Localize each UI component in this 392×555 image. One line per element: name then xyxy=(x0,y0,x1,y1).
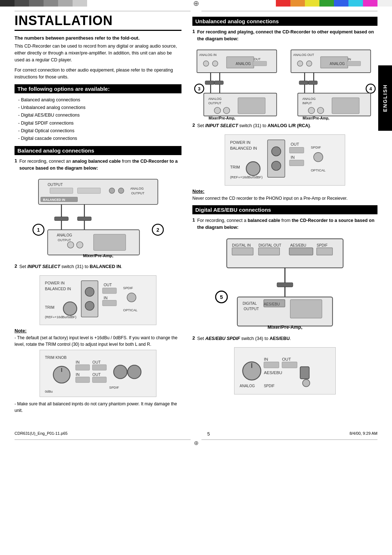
svg-text:AES/EBU: AES/EBU xyxy=(264,302,280,306)
aes-diagram-svg: DIGITAL IN DIGITAL OUT AES/EBU SPDIF 5 D… xyxy=(211,236,359,331)
svg-text:ANALOG: ANALOG xyxy=(240,384,255,388)
svg-rect-129 xyxy=(317,248,332,255)
color-block-r2 xyxy=(290,0,305,7)
step2-number-r: 2 xyxy=(192,122,195,128)
color-block-6 xyxy=(73,0,87,7)
svg-point-110 xyxy=(271,161,281,170)
svg-text:OUTPUT: OUTPUT xyxy=(244,307,259,311)
section-options-header: The following options are available: xyxy=(15,84,181,93)
svg-point-5 xyxy=(118,188,124,193)
svg-point-78 xyxy=(223,107,230,114)
h-line-top xyxy=(0,8,392,11)
svg-text:POWER IN: POWER IN xyxy=(230,140,250,145)
balanced-diagram-svg: OUTPUT ANALOG OUTPUT BALANCED IN 1 2 xyxy=(25,177,172,260)
svg-rect-2 xyxy=(50,188,73,193)
aes-step2-row: 2 Set AES/EBU SPDIF switch (34) to AES/E… xyxy=(192,335,377,345)
svg-text:IN: IN xyxy=(75,360,79,364)
svg-rect-95 xyxy=(308,81,317,84)
svg-text:3: 3 xyxy=(198,86,200,91)
footer-right: 8/4/00, 9:29 AM xyxy=(350,431,377,437)
balanced-note-1: - The default (set at factory) input lev… xyxy=(15,335,181,348)
option-unbalanced: Unbalanced analog connections xyxy=(18,104,181,112)
svg-text:IN: IN xyxy=(264,357,268,361)
svg-text:IN: IN xyxy=(75,372,79,377)
svg-point-153 xyxy=(302,379,310,386)
svg-rect-47 xyxy=(75,365,90,370)
svg-text:INPUT: INPUT xyxy=(302,101,312,105)
input-select-svg: POWER IN BALANCED IN OUT IN TRIM SPDIF O… xyxy=(42,278,154,323)
page-footer: CDR631(U)_Eng_P01-11.p65 5 8/4/00, 9:29 … xyxy=(0,427,392,439)
trim-svg: TRIM KNOB IN OUT IN OUT 0dBu SPDIF xyxy=(42,352,154,394)
svg-text:DIGITAL OUT: DIGITAL OUT xyxy=(258,243,281,247)
svg-point-77 xyxy=(214,107,221,114)
svg-text:IN: IN xyxy=(291,155,295,159)
balanced-step1-row: 1 For recording, connect an analog balan… xyxy=(15,158,181,175)
color-block-r7 xyxy=(363,0,377,7)
unbalanced-step1-text: For recording and playing, connect the C… xyxy=(197,29,377,42)
svg-point-31 xyxy=(85,287,94,296)
svg-text:AES/EBU: AES/EBU xyxy=(290,243,306,247)
svg-text:OUT: OUT xyxy=(291,142,299,146)
svg-rect-21 xyxy=(93,234,126,250)
svg-text:BALANCED IN: BALANCED IN xyxy=(43,198,65,202)
svg-text:TRIM: TRIM xyxy=(230,165,240,169)
svg-point-84 xyxy=(297,61,303,66)
page-title: INSTALLATION xyxy=(15,13,181,31)
option-aes-ebu: Digital AES/EBU connections xyxy=(18,112,181,119)
svg-text:ANALOG: ANALOG xyxy=(208,97,222,101)
svg-rect-146 xyxy=(264,362,279,368)
svg-rect-65 xyxy=(253,61,267,66)
svg-rect-34 xyxy=(102,288,116,293)
svg-point-118 xyxy=(314,153,323,162)
svg-point-116 xyxy=(246,162,260,175)
unbalanced-right-svg: ANALOG OUT ANALOG IN 4 xyxy=(286,48,377,121)
option-cascade: Digital cascade connections xyxy=(18,135,181,142)
color-block-5 xyxy=(58,0,73,7)
svg-text:Mixer/Pre-Amp,: Mixer/Pre-Amp, xyxy=(303,116,330,120)
svg-text:2: 2 xyxy=(156,227,159,232)
color-block-r4 xyxy=(319,0,334,7)
svg-text:SPDIF: SPDIF xyxy=(264,384,274,388)
svg-text:OUT: OUT xyxy=(282,357,291,361)
trim-diagram: TRIM KNOB IN OUT IN OUT 0dBu SPDIF xyxy=(40,350,156,397)
svg-rect-30 xyxy=(81,281,98,317)
svg-text:OUTPUT: OUTPUT xyxy=(131,191,144,195)
color-block-r8 xyxy=(377,0,392,7)
balanced-step2-row: 2 Set INPUT SELECT switch (31) to BALANC… xyxy=(15,263,181,273)
svg-text:0dBu: 0dBu xyxy=(45,390,53,393)
svg-text:OUTPUT: OUTPUT xyxy=(208,101,222,105)
svg-text:ANALOG: ANALOG xyxy=(302,97,316,101)
svg-text:DAT, CD/R,etc.: DAT, CD/R,etc. xyxy=(84,259,112,259)
left-column: INSTALLATION The numbers between parenth… xyxy=(15,13,189,416)
svg-text:ANALOG: ANALOG xyxy=(130,187,144,190)
svg-text:OPTICAL: OPTICAL xyxy=(123,309,137,312)
step2-number: 2 xyxy=(15,263,17,269)
svg-text:DIGITAL IN: DIGITAL IN xyxy=(232,243,251,247)
svg-text:(REF=+16dBu/0dBF): (REF=+16dBu/0dBF) xyxy=(230,175,262,179)
unbalanced-select-svg: POWER IN BALANCED IN OUT IN TRIM SPDIF O… xyxy=(227,137,343,183)
footer-left: CDR631(U)_Eng_P01-11.p65 xyxy=(15,431,68,437)
options-list: Balanced analog connections Unbalanced a… xyxy=(18,96,181,143)
svg-text:SPDIF: SPDIF xyxy=(311,145,321,149)
svg-rect-25 xyxy=(77,217,91,220)
svg-rect-112 xyxy=(290,147,304,153)
option-spdif: Digital SPDIF connections xyxy=(18,119,181,127)
svg-rect-24 xyxy=(54,217,68,220)
svg-text:DAT, CD/R,etc.: DAT, CD/R,etc. xyxy=(269,330,301,331)
svg-point-101 xyxy=(308,107,315,114)
svg-rect-51 xyxy=(75,377,90,382)
aes-step1-number: 1 xyxy=(192,217,195,223)
svg-rect-36 xyxy=(102,300,116,306)
aes-step1-row: 1 For recording, connect a balanced cabl… xyxy=(192,217,377,234)
svg-text:OUT: OUT xyxy=(103,283,112,287)
svg-text:BALANCED IN: BALANCED IN xyxy=(45,287,71,291)
svg-text:SPDIF: SPDIF xyxy=(109,386,119,389)
svg-text:ANALOG: ANALOG xyxy=(57,233,72,237)
unbalanced-step2-row: 2 Set INPUT SELECT switch (31) to ANALOG… xyxy=(192,122,377,132)
color-block-2 xyxy=(15,0,29,7)
svg-rect-3 xyxy=(77,188,100,193)
svg-text:TRIM: TRIM xyxy=(45,305,54,309)
svg-text:SPDIF: SPDIF xyxy=(123,286,133,290)
input-select-diagram: POWER IN BALANCED IN OUT IN TRIM SPDIF O… xyxy=(40,275,156,325)
svg-rect-94 xyxy=(299,81,308,84)
